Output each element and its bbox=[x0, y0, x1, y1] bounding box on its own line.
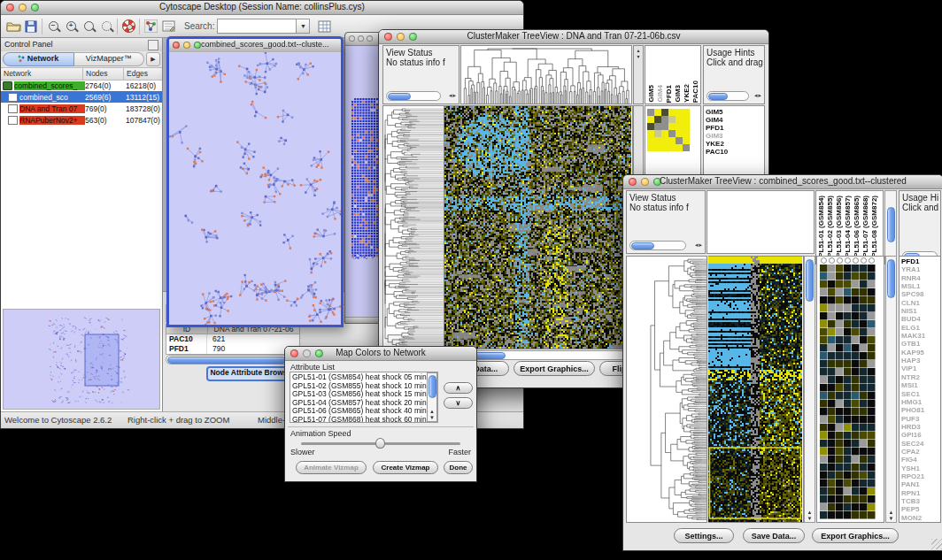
attribute-row[interactable]: PFD1790 bbox=[166, 344, 299, 354]
tv2-heatmap-vscrollbar[interactable]: ▲▼ bbox=[804, 256, 815, 523]
gene-label[interactable]: PFD1 bbox=[901, 257, 940, 265]
grid-network-canvas[interactable] bbox=[351, 96, 380, 260]
network-row[interactable]: RNAPuberNov2+563(0)107847(0) bbox=[1, 114, 162, 126]
tv2-heatmap-canvas[interactable] bbox=[708, 257, 802, 522]
gene-label[interactable]: NIS1 bbox=[901, 307, 940, 315]
column-label[interactable]: PFD1 bbox=[665, 85, 674, 103]
attribute-list-vthumb[interactable] bbox=[429, 375, 436, 398]
tv1-status-slider[interactable] bbox=[386, 91, 441, 101]
column-label[interactable]: YKE2 bbox=[683, 84, 691, 103]
tv1-heatmap-canvas[interactable] bbox=[444, 106, 631, 349]
tv1-usage-slider[interactable] bbox=[706, 91, 749, 101]
gene-label[interactable]: GIM4 bbox=[706, 116, 764, 124]
column-label[interactable]: GIM5 bbox=[647, 85, 656, 103]
tv2-gene-vthumb[interactable] bbox=[887, 259, 895, 298]
slider-arrows-icon[interactable]: ◂▸ bbox=[754, 92, 762, 99]
main-title-bar[interactable]: Cytoscape Desktop (Session Name: collins… bbox=[1, 1, 523, 15]
zoom-out-icon[interactable]: − bbox=[44, 18, 62, 35]
column-label[interactable]: GPL51-02 (GSM855) bbox=[826, 196, 835, 263]
settings-button[interactable]: Settings... bbox=[674, 528, 734, 543]
gene-label[interactable]: MSL1 bbox=[901, 282, 940, 290]
gene-label[interactable]: GTB1 bbox=[901, 340, 940, 348]
gene-label[interactable]: PAC10 bbox=[706, 148, 764, 156]
gene-label[interactable]: PAN1 bbox=[901, 480, 940, 488]
open-file-icon[interactable] bbox=[4, 18, 22, 35]
tv2-zoom-heatmap-panel[interactable] bbox=[816, 256, 884, 523]
data-panel-hscrollbar[interactable] bbox=[166, 355, 298, 364]
attribute-row[interactable]: PAC10621 bbox=[166, 334, 299, 344]
column-label[interactable]: GPL51-03 (GSM856) bbox=[835, 196, 844, 263]
gene-label[interactable]: NTR2 bbox=[901, 373, 940, 381]
tv1-row-dendrogram-panel[interactable] bbox=[382, 105, 444, 349]
float-panel-icon[interactable] bbox=[148, 40, 158, 50]
tv2-heatmap-vthumb[interactable] bbox=[806, 259, 814, 302]
tv2-collabel-vscrollbar[interactable] bbox=[884, 190, 897, 265]
tab-network[interactable]: Network bbox=[3, 52, 74, 66]
tv1-column-dendrogram-canvas[interactable] bbox=[461, 46, 631, 104]
gene-label[interactable]: RPN1 bbox=[901, 489, 940, 497]
export-graphics-button[interactable]: Export Graphics... bbox=[812, 528, 899, 543]
network-overview-canvas[interactable] bbox=[4, 310, 159, 409]
gene-label[interactable]: ELG1 bbox=[901, 324, 940, 332]
column-label[interactable]: GIM3 bbox=[674, 85, 683, 103]
gene-label[interactable]: GPI16 bbox=[901, 431, 940, 439]
gene-label[interactable]: YRA1 bbox=[901, 265, 940, 273]
zoom-fit-icon[interactable] bbox=[80, 18, 97, 35]
gene-label[interactable]: SEC1 bbox=[901, 390, 940, 398]
animation-speed-slider[interactable] bbox=[301, 442, 460, 445]
resize-grip[interactable] bbox=[931, 539, 942, 549]
tv1-heatmap-panel[interactable] bbox=[444, 105, 633, 349]
scroll-arrows-icon[interactable]: ▲▼ bbox=[805, 510, 815, 522]
tv2-gene-vscrollbar[interactable]: ▲▼ bbox=[885, 256, 897, 523]
network-row[interactable]: combined_sco2569(6)13112(15) bbox=[1, 91, 162, 103]
zoom-button[interactable] bbox=[367, 35, 373, 42]
tv1-column-dendrogram-panel[interactable] bbox=[460, 45, 632, 104]
network-row[interactable]: DNA and Tran 07769(0)183728(0) bbox=[1, 103, 162, 114]
gene-label[interactable]: YKE2 bbox=[706, 140, 764, 148]
gene-label[interactable]: MSI1 bbox=[901, 381, 940, 389]
tv2-status-slider[interactable] bbox=[629, 241, 686, 250]
attribute-listbox[interactable]: GPL51-01 (GSM854) heat shock 05 minGPL51… bbox=[290, 372, 438, 423]
tab-overflow-icon[interactable]: ▶ bbox=[146, 52, 160, 66]
gene-label[interactable]: PUF3 bbox=[901, 415, 940, 423]
slider-arrows-icon[interactable]: ◂▸ bbox=[695, 242, 703, 249]
tv1-column-labels-panel[interactable]: GIM5GIM4PFD1GIM3YKE2PAC10 bbox=[645, 45, 701, 104]
gene-label[interactable]: GIM3 bbox=[706, 132, 764, 140]
slider-thumb[interactable] bbox=[375, 438, 385, 449]
gene-label[interactable]: PHO81 bbox=[901, 406, 940, 414]
tv2-gene-list-panel[interactable]: PFD1YRA1RNR4MSL1SPC98CLN1NIS1BUD4ELG1MAK… bbox=[899, 256, 941, 523]
tab-vizmapper[interactable]: VizMapper™ bbox=[74, 52, 145, 66]
column-label[interactable]: GIM4 bbox=[656, 85, 665, 103]
gene-label[interactable]: RPO21 bbox=[901, 472, 940, 480]
network-graph-canvas[interactable] bbox=[169, 52, 341, 325]
network-row[interactable]: combined_scores_2764(0)16218(0) bbox=[1, 80, 162, 91]
gene-label[interactable]: HMG1 bbox=[901, 398, 940, 406]
search-dropdown-button[interactable]: ▼ bbox=[297, 19, 310, 34]
export-graphics-button[interactable]: Export Graphics... bbox=[513, 361, 595, 376]
tv1-row-dendrogram-canvas[interactable] bbox=[383, 106, 444, 349]
animate-vizmap-button[interactable]: Animate Vizmap bbox=[296, 461, 367, 474]
gene-label[interactable]: SPC98 bbox=[901, 290, 940, 298]
tv2-row-dendrogram-canvas[interactable] bbox=[627, 257, 706, 522]
gene-label[interactable]: SEC24 bbox=[901, 440, 940, 448]
close-button[interactable] bbox=[173, 42, 180, 49]
create-vizmap-button[interactable]: Create Vizmap bbox=[373, 461, 438, 474]
gene-label[interactable]: HRD3 bbox=[901, 423, 940, 431]
gene-label[interactable]: CLN1 bbox=[901, 299, 940, 307]
tv2-column-dendrogram-panel[interactable] bbox=[706, 190, 815, 254]
save-icon[interactable] bbox=[22, 18, 40, 35]
gene-label[interactable]: MAK31 bbox=[901, 332, 940, 340]
gene-label[interactable]: VIP1 bbox=[901, 364, 940, 372]
scroll-arrows-icon[interactable]: ▲▼ bbox=[886, 510, 896, 522]
done-button[interactable]: Done bbox=[444, 461, 473, 474]
column-label[interactable]: GPL51-08 (GSM872) bbox=[870, 196, 879, 263]
gene-label[interactable]: PEP5 bbox=[901, 505, 940, 513]
tv2-heatmap-panel[interactable] bbox=[708, 256, 804, 523]
gene-label[interactable]: GIM5 bbox=[706, 108, 764, 116]
column-label[interactable]: GPL51-01 (GSM854) bbox=[817, 196, 826, 263]
gene-label[interactable]: TCB3 bbox=[901, 497, 940, 505]
save-data-button[interactable]: Save Data... bbox=[743, 528, 805, 543]
zoom-in-icon[interactable]: + bbox=[62, 18, 80, 35]
column-label[interactable]: GPL51-06 (GSM865) bbox=[853, 196, 861, 263]
export-table-icon[interactable] bbox=[315, 18, 333, 35]
